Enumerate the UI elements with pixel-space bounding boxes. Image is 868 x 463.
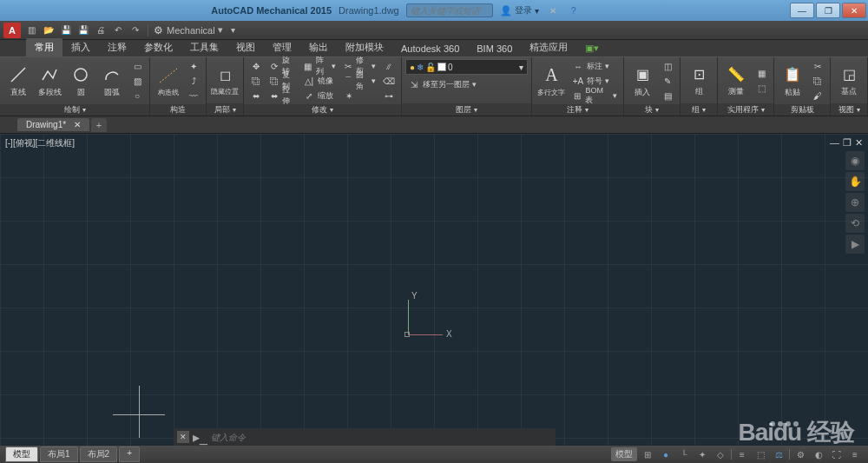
arc-button[interactable]: 圆弧 xyxy=(97,63,127,100)
calc-button[interactable]: ▦ xyxy=(753,66,770,80)
panel-title-group[interactable]: 组▾ xyxy=(681,103,717,116)
grid-toggle[interactable]: ⊞ xyxy=(640,447,655,461)
tab-toolset[interactable]: 工具集 xyxy=(181,38,227,56)
measure-button[interactable]: 📏测量 xyxy=(721,62,751,99)
workspace-dropdown[interactable]: Mechanical ▾ xyxy=(167,24,223,36)
vp-close-button[interactable]: ✕ xyxy=(855,137,863,149)
tab-output[interactable]: 输出 xyxy=(300,38,337,56)
sign-in-button[interactable]: 👤 登录 ▾ xyxy=(500,4,539,17)
scale-button[interactable]: ⤢缩放 xyxy=(300,89,339,103)
panel-title-annotation[interactable]: 注释▾ xyxy=(532,104,623,116)
bom-button[interactable]: ⊞BOM 表▾ xyxy=(569,89,620,103)
open-icon[interactable]: 📂 xyxy=(42,23,56,37)
cut-button[interactable]: ✂ xyxy=(809,59,826,73)
move-button[interactable]: ✥ xyxy=(247,59,265,73)
exchange-icon[interactable]: ✕ xyxy=(546,3,560,17)
polyline-button[interactable]: 多段线 xyxy=(35,63,64,100)
saveas-icon[interactable]: 💾 xyxy=(76,23,90,37)
close-icon[interactable]: ✕ xyxy=(74,120,81,129)
redo-icon[interactable]: ↷ xyxy=(128,23,142,37)
osnap-toggle[interactable]: ◇ xyxy=(713,447,728,461)
cmd-close-button[interactable]: ✕ xyxy=(177,431,189,443)
ellipse-button[interactable]: ○ xyxy=(128,89,146,103)
qat-more-icon[interactable]: ▾ xyxy=(227,23,240,37)
layout2-tab[interactable]: 布局2 xyxy=(80,446,118,462)
pan-button[interactable]: ✋ xyxy=(845,172,865,191)
orbit-button[interactable]: ⟲ xyxy=(845,214,865,233)
tab-insert[interactable]: 插入 xyxy=(62,38,99,56)
polar-toggle[interactable]: ✦ xyxy=(694,447,710,461)
mtext-button[interactable]: A多行文字 xyxy=(536,63,568,99)
copy-clip-button[interactable]: ⿻ xyxy=(809,74,826,88)
tab-featured[interactable]: 精选应用 xyxy=(521,38,576,56)
panel-title-draw[interactable]: 绘制▾ xyxy=(0,104,149,116)
new-icon[interactable]: ▥ xyxy=(24,23,38,37)
plot-icon[interactable]: 🖨 xyxy=(94,23,108,37)
tab-annotate[interactable]: 注释 xyxy=(99,38,135,56)
viewport-label[interactable]: [-][俯视][二维线框] xyxy=(5,137,75,149)
customize-button[interactable]: ≡ xyxy=(847,447,863,461)
clean-screen[interactable]: ⛶ xyxy=(829,447,845,461)
help-search-input[interactable] xyxy=(406,3,493,17)
create-block-button[interactable]: ◫ xyxy=(659,59,676,73)
panel-title-clipboard[interactable]: 剪贴板 xyxy=(774,104,830,116)
tab-manage[interactable]: 管理 xyxy=(264,38,300,56)
ray-button[interactable]: ⤴ xyxy=(185,74,202,88)
showmotion-button[interactable]: ▶ xyxy=(845,235,865,254)
fillet-button[interactable]: ⌒圆角▾ xyxy=(340,74,378,88)
join-button[interactable]: ⊶ xyxy=(380,89,398,103)
zoom-button[interactable]: ⊕ xyxy=(845,193,865,212)
tab-bim360[interactable]: BIM 360 xyxy=(468,41,521,56)
vp-minimize-button[interactable]: — xyxy=(830,137,839,149)
offset-button[interactable]: ⫽ xyxy=(380,59,398,73)
tab-view[interactable]: 视图 xyxy=(227,38,264,56)
stretch-button[interactable]: ⬌ xyxy=(247,89,265,103)
tab-addins[interactable]: 附加模块 xyxy=(337,38,392,56)
dimension-button[interactable]: ↔标注▾ xyxy=(569,59,620,73)
tab-home[interactable]: 常用 xyxy=(26,38,62,56)
close-button[interactable]: ✕ xyxy=(842,3,866,18)
panel-title-construction[interactable]: 构造 xyxy=(150,104,206,116)
snap-toggle[interactable]: ● xyxy=(658,447,674,461)
attr-block-button[interactable]: ▤ xyxy=(659,89,676,103)
layer-dropdown[interactable]: ● ❄ 🔓 0 ▾ xyxy=(405,59,528,75)
help-icon[interactable]: ? xyxy=(567,3,581,17)
match-button[interactable]: 🖌 xyxy=(809,89,826,103)
panel-title-detail[interactable]: 局部▾ xyxy=(207,103,243,116)
document-tab[interactable]: Drawing1* ✕ xyxy=(17,118,89,131)
workspace-switch[interactable]: ⚙ xyxy=(792,447,808,461)
model-tab[interactable]: 模型 xyxy=(5,446,38,462)
explode-button[interactable]: ✶ xyxy=(340,89,378,103)
select-button[interactable]: ⬚ xyxy=(753,81,770,95)
mirror-button[interactable]: △|镜像 xyxy=(300,74,339,88)
construction-line-button[interactable]: 构造线 xyxy=(154,63,183,99)
vp-restore-button[interactable]: ❐ xyxy=(843,137,852,149)
paste-button[interactable]: 📋粘贴 xyxy=(778,63,807,100)
hatch-button[interactable]: ▨ xyxy=(128,74,146,88)
ortho-toggle[interactable]: └ xyxy=(676,447,692,461)
maximize-button[interactable]: ❐ xyxy=(816,3,840,18)
lineweight-toggle[interactable]: ≡ xyxy=(734,447,750,461)
hide-button[interactable]: ◻隐藏位置 xyxy=(210,63,240,98)
panel-title-layer[interactable]: 图层▾ xyxy=(402,103,531,116)
undo-icon[interactable]: ↶ xyxy=(111,23,125,37)
minimize-button[interactable]: — xyxy=(790,3,814,18)
panel-title-modify[interactable]: 修改▾ xyxy=(244,104,401,116)
stretch2-button[interactable]: ⬌拉伸 xyxy=(266,89,299,103)
tab-search-icon[interactable]: ▣▾ xyxy=(576,40,608,56)
panel-title-utilities[interactable]: 实用程序▾ xyxy=(718,103,773,116)
erase-button[interactable]: ⌫ xyxy=(380,74,398,88)
transparency-toggle[interactable]: ⬚ xyxy=(753,447,768,461)
panel-title-viewbase[interactable]: 视图▾ xyxy=(831,103,867,116)
move-layer-button[interactable]: ⇲移至另一图层▾ xyxy=(405,77,528,91)
model-label[interactable]: 模型 xyxy=(611,447,637,461)
group-button[interactable]: ⊡组 xyxy=(684,62,713,99)
circle-button[interactable]: 圆 xyxy=(66,63,95,100)
drawing-canvas[interactable]: [-][俯视][二维线框] — ❐ ✕ ◉ ✋ ⊕ ⟲ ▶ Y X Baidu … xyxy=(0,134,868,446)
xline-button[interactable]: ✦ xyxy=(185,59,202,73)
add-tab-button[interactable]: + xyxy=(91,118,107,132)
tab-parametric[interactable]: 参数化 xyxy=(135,38,181,56)
edit-block-button[interactable]: ✎ xyxy=(659,74,676,88)
rectangle-button[interactable]: ▭ xyxy=(128,59,146,73)
insert-block-button[interactable]: ▣插入 xyxy=(628,63,657,100)
